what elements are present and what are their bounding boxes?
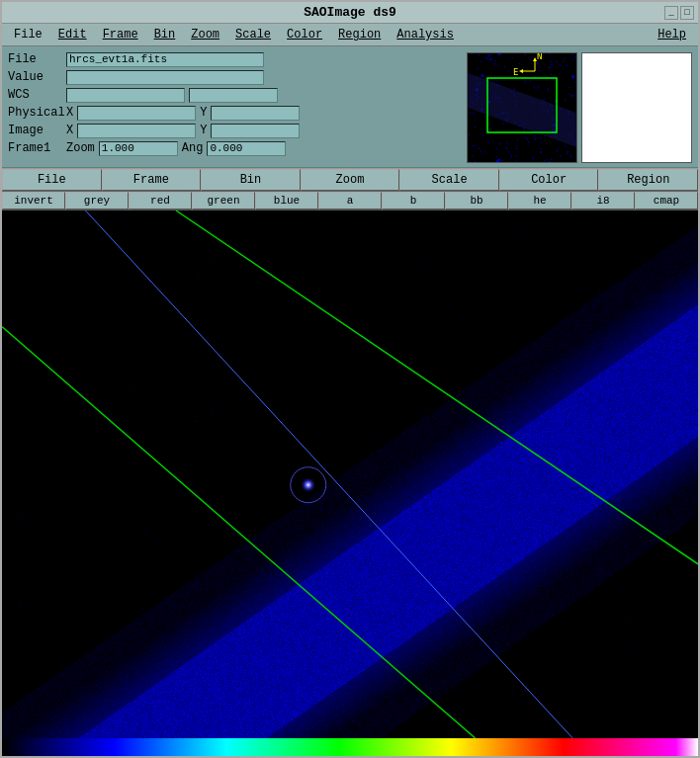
cmap-b-button[interactable]: b — [382, 192, 445, 210]
toolbar-file-button[interactable]: File — [2, 169, 102, 191]
toolbar-region-button[interactable]: Region — [598, 169, 698, 191]
menu-scale[interactable]: Scale — [227, 26, 279, 43]
value-input[interactable] — [66, 70, 264, 85]
frame-row: Frame1 Zoom Ang — [8, 139, 461, 157]
image-x-input[interactable] — [77, 124, 196, 138]
physical-label: Physical — [8, 106, 62, 120]
navigation-preview — [467, 52, 577, 163]
menu-bin[interactable]: Bin — [146, 26, 184, 43]
wcs-input-1[interactable] — [66, 88, 185, 103]
image-canvas[interactable] — [2, 211, 698, 738]
wcs-input-2[interactable] — [189, 88, 278, 103]
image-x-label: X — [66, 124, 73, 137]
value-row: Value — [8, 68, 461, 86]
toolbar-scale-button[interactable]: Scale — [399, 169, 499, 191]
menu-analysis[interactable]: Analysis — [389, 26, 462, 43]
menu-frame[interactable]: Frame — [95, 26, 146, 43]
window-controls: _ □ — [664, 6, 694, 20]
physical-x-label: X — [66, 106, 73, 120]
toolbar-frame-button[interactable]: Frame — [102, 169, 202, 191]
physical-x-input[interactable] — [77, 106, 196, 121]
wcs-label: WCS — [8, 88, 62, 102]
physical-row: Physical X Y — [8, 104, 461, 122]
wcs-row: WCS — [8, 86, 461, 104]
info-fields: File Value WCS Physical X Y — [8, 50, 461, 163]
cmap-he-button[interactable]: he — [508, 192, 571, 210]
menu-file[interactable]: File — [6, 26, 50, 43]
cmap-bb-button[interactable]: bb — [445, 192, 508, 210]
menu-help[interactable]: Help — [650, 26, 694, 43]
image-label: Image — [8, 124, 62, 137]
info-panel: File Value WCS Physical X Y — [2, 46, 698, 168]
physical-y-label: Y — [200, 106, 207, 120]
colorbar — [2, 738, 698, 756]
cmap-invert-button[interactable]: invert — [2, 192, 65, 210]
image-row: Image X Y — [8, 122, 461, 139]
toolbar-color-button[interactable]: Color — [499, 169, 599, 191]
file-label: File — [8, 52, 62, 66]
colormap-toolbar: invert grey red green blue a b bb he i8 … — [2, 192, 698, 211]
cmap-cmap-button[interactable]: cmap — [635, 192, 698, 210]
cmap-red-button[interactable]: red — [129, 192, 192, 210]
toolbar-bin-button[interactable]: Bin — [201, 169, 301, 191]
file-row: File — [8, 50, 461, 68]
menu-region[interactable]: Region — [330, 26, 389, 43]
toolbar: File Frame Bin Zoom Scale Color Region — [2, 168, 698, 192]
cmap-grey-button[interactable]: grey — [65, 192, 129, 210]
main-display[interactable] — [2, 211, 698, 738]
physical-y-input[interactable] — [211, 106, 300, 121]
zoom-preview — [581, 52, 692, 163]
preview-panels — [467, 50, 692, 163]
file-input[interactable] — [66, 52, 264, 67]
menu-color[interactable]: Color — [279, 26, 330, 43]
cmap-a-button[interactable]: a — [318, 192, 382, 210]
frame-label: Frame1 — [8, 141, 62, 155]
cmap-green-button[interactable]: green — [192, 192, 255, 210]
cmap-i8-button[interactable]: i8 — [571, 192, 635, 210]
app-title: SAOImage ds9 — [304, 5, 396, 20]
menu-edit[interactable]: Edit — [50, 26, 95, 43]
cmap-blue-button[interactable]: blue — [255, 192, 318, 210]
title-bar: SAOImage ds9 _ □ — [2, 2, 698, 24]
zoom-input[interactable] — [99, 141, 178, 156]
menu-bar: File Edit Frame Bin Zoom Scale Color Reg… — [2, 24, 698, 46]
ang-input[interactable] — [207, 141, 286, 156]
toolbar-zoom-button[interactable]: Zoom — [301, 169, 400, 191]
image-y-input[interactable] — [211, 124, 300, 138]
app-window: SAOImage ds9 _ □ File Edit Frame Bin Zoo… — [0, 0, 700, 758]
minimize-button[interactable]: _ — [664, 6, 678, 20]
zoom-label: Zoom — [66, 141, 95, 155]
maximize-button[interactable]: □ — [680, 6, 694, 20]
menu-zoom[interactable]: Zoom — [183, 26, 227, 43]
ang-label: Ang — [182, 141, 204, 155]
image-y-label: Y — [200, 124, 207, 137]
value-label: Value — [8, 70, 62, 84]
